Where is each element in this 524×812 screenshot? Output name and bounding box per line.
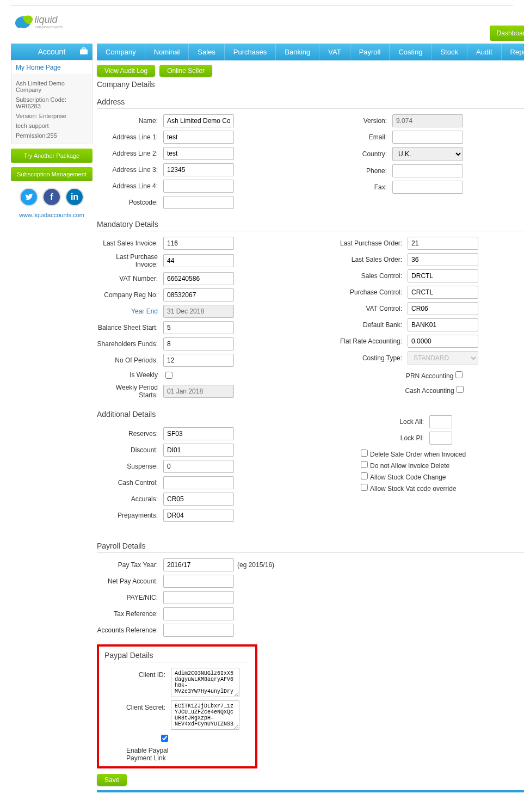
try-package-button[interactable]: Try Another Package	[11, 149, 93, 163]
twitter-icon[interactable]	[20, 188, 38, 206]
enable-paypal-label: Enable Paypal Payment Link	[126, 747, 175, 762]
my-home-link[interactable]: My Home Page	[11, 60, 92, 75]
paye-input[interactable]	[163, 591, 234, 604]
no-periods-input[interactable]	[163, 354, 234, 367]
additional-title: Additional Details	[97, 410, 315, 419]
dashboard-button[interactable]: Dashboard	[490, 26, 524, 41]
last-so-label: Last Sales Order:	[326, 256, 408, 263]
addr3-input[interactable]	[163, 163, 234, 176]
accurals-input[interactable]	[163, 493, 234, 506]
lock-all-input[interactable]	[429, 415, 452, 428]
paytax-input[interactable]	[163, 558, 234, 571]
lock-pi-input[interactable]	[429, 432, 452, 445]
tab-audit[interactable]: Audit	[467, 44, 502, 60]
svg-text:onlineaccounts: onlineaccounts	[35, 24, 63, 29]
paytax-hint: (eg 2015/16)	[237, 561, 274, 569]
last-purch-inv-input[interactable]	[163, 254, 234, 267]
account-label: Account	[38, 47, 66, 56]
save-button[interactable]: Save	[97, 774, 127, 786]
sales-ctrl-input[interactable]	[408, 269, 478, 282]
allow-stock-checkbox[interactable]	[361, 472, 368, 479]
flat-rate-label: Flat Rate Accounting:	[326, 337, 408, 345]
vat-ctrl-input[interactable]	[408, 302, 478, 315]
footer-bar	[97, 790, 524, 795]
suspense-label: Suspense:	[97, 463, 163, 470]
addr4-input[interactable]	[163, 180, 234, 193]
last-so-input[interactable]	[408, 253, 478, 266]
cash-acct-checkbox[interactable]	[457, 386, 464, 393]
purch-ctrl-input[interactable]	[408, 286, 478, 299]
no-inv-del-checkbox[interactable]	[361, 461, 368, 468]
tab-nominal[interactable]: Nominal	[145, 44, 189, 60]
client-id-input[interactable]	[171, 668, 239, 697]
linkedin-icon[interactable]: in	[65, 188, 84, 206]
site-link[interactable]: www.liquidaccounts.com	[11, 212, 93, 218]
reserves-input[interactable]	[163, 427, 234, 440]
vat-no-input[interactable]	[163, 272, 234, 285]
last-po-input[interactable]	[408, 237, 478, 250]
def-bank-input[interactable]	[408, 318, 478, 331]
country-label: Country:	[326, 150, 392, 158]
taxref-input[interactable]	[163, 607, 234, 620]
view-audit-log-button[interactable]: View Audit Log	[97, 65, 155, 77]
netpay-label: Net Pay Account:	[97, 577, 163, 585]
cost-type-label: Costing Type:	[326, 354, 408, 362]
tab-stock[interactable]: Stock	[431, 44, 467, 60]
cash-ctrl-input[interactable]	[163, 476, 234, 489]
del-so-checkbox[interactable]	[361, 450, 368, 457]
facebook-icon[interactable]: f	[42, 188, 61, 206]
tab-costing[interactable]: Costing	[390, 44, 431, 60]
addr1-input[interactable]	[163, 131, 234, 144]
bal-sheet-input[interactable]	[163, 321, 234, 334]
client-secret-input[interactable]	[171, 700, 239, 730]
allow-vat-checkbox[interactable]	[361, 484, 368, 491]
suspense-input[interactable]	[163, 460, 234, 473]
sharehold-input[interactable]	[163, 337, 234, 350]
accurals-label: Accurals:	[97, 495, 163, 503]
online-seller-button[interactable]: Online Seller	[159, 65, 212, 77]
year-end-label[interactable]: Year End	[97, 307, 163, 315]
phone-input[interactable]	[392, 164, 463, 177]
postcode-label: Postcode:	[97, 199, 163, 206]
netpay-input[interactable]	[163, 575, 234, 588]
tab-company[interactable]: Company	[97, 44, 145, 60]
email-input[interactable]	[392, 131, 463, 144]
bal-sheet-label: Balance Sheet Start:	[97, 324, 163, 331]
country-select[interactable]: U.K.	[392, 147, 463, 161]
del-so-label: Delete Sale Order when Invoiced	[370, 451, 466, 458]
phone-label: Phone:	[326, 167, 392, 175]
tab-vat[interactable]: VAT	[319, 44, 350, 60]
account-header[interactable]: Account	[11, 44, 93, 60]
tab-banking[interactable]: Banking	[276, 44, 319, 60]
svg-text:liquid: liquid	[35, 14, 58, 25]
sidebar-version: Version: Enterprise	[16, 111, 88, 121]
name-input[interactable]	[163, 114, 234, 127]
is-weekly-checkbox[interactable]	[165, 372, 172, 379]
discount-input[interactable]	[163, 444, 234, 457]
comp-reg-input[interactable]	[163, 288, 234, 302]
lock-pi-label: Lock PI:	[326, 434, 429, 442]
tab-payroll[interactable]: Payroll	[350, 44, 390, 60]
postcode-input[interactable]	[163, 196, 234, 209]
prn-acct-checkbox[interactable]	[455, 371, 463, 378]
cost-type-select: STANDARD	[408, 351, 478, 365]
enable-paypal-checkbox[interactable]	[161, 735, 168, 742]
subscription-mgmt-button[interactable]: Subscription Management	[11, 167, 93, 181]
last-sales-inv-input[interactable]	[163, 237, 234, 250]
acctref-input[interactable]	[163, 624, 234, 637]
tab-purchases[interactable]: Purchases	[225, 44, 276, 60]
weekly-start-label: Weekly Period Starts:	[97, 384, 163, 399]
tab-sales[interactable]: Sales	[189, 44, 225, 60]
tab-reports[interactable]: Reports	[502, 44, 524, 60]
cash-acct-label: Cash Accounting	[405, 387, 454, 395]
paypal-highlight-box: Paypal Details Client ID: Client Secret:…	[97, 644, 257, 768]
fax-input[interactable]	[392, 181, 463, 194]
no-inv-del-label: Do not Allow Invoice Delete	[370, 462, 449, 470]
version-input	[392, 114, 463, 127]
addr2-input[interactable]	[163, 147, 234, 160]
addr2-label: Address Line 2:	[97, 150, 163, 157]
year-end-input	[163, 305, 234, 318]
svg-rect-2	[80, 50, 88, 54]
flat-rate-input[interactable]	[408, 335, 478, 348]
prepay-input[interactable]	[163, 509, 234, 522]
